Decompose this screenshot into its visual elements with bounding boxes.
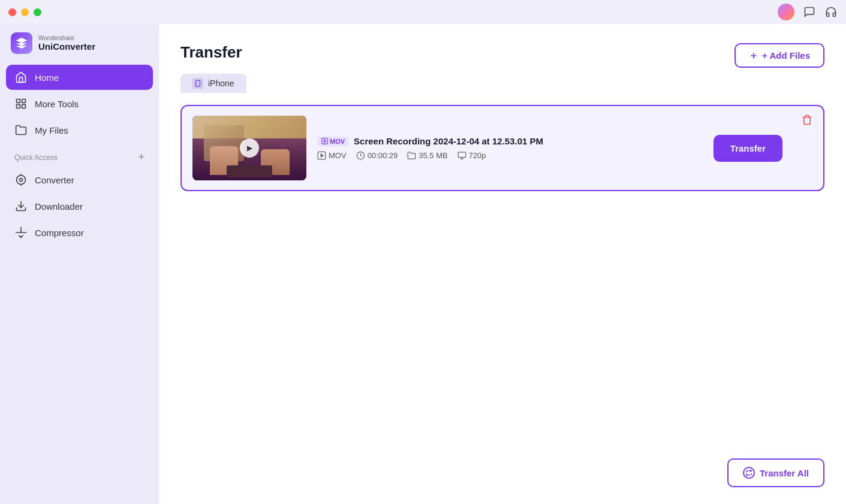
- file-card: ▶ MOV Screen Recording 2024-12-04 at 12.…: [180, 105, 824, 191]
- sidebar-item-downloader-label: Downloader: [35, 201, 83, 212]
- file-format-badge: MOV: [317, 137, 349, 146]
- file-info: MOV Screen Recording 2024-12-04 at 12.53…: [317, 136, 703, 160]
- svg-rect-13: [322, 138, 327, 144]
- svg-marker-16: [321, 154, 323, 157]
- maximize-button[interactable]: [34, 8, 41, 16]
- file-list: ▶ MOV Screen Recording 2024-12-04 at 12.…: [180, 105, 824, 191]
- sidebar-item-my-files-label: My Files: [35, 125, 68, 135]
- svg-rect-18: [458, 152, 466, 158]
- converter-icon: [14, 173, 28, 186]
- svg-rect-0: [17, 99, 20, 103]
- titlebar: [0, 0, 846, 24]
- bottom-bar: Transfer All: [727, 458, 824, 487]
- transfer-all-button[interactable]: Transfer All: [727, 458, 824, 487]
- titlebar-right: [778, 0, 838, 24]
- svg-rect-3: [17, 105, 20, 108]
- sidebar-item-my-files[interactable]: My Files: [6, 117, 153, 143]
- file-format-meta: MOV: [317, 151, 347, 160]
- device-tabs: iPhone: [180, 74, 824, 93]
- logo-text: Wondershare UniConverter: [38, 35, 95, 52]
- svg-point-4: [20, 179, 23, 182]
- svg-rect-2: [22, 105, 26, 108]
- sidebar-item-converter-label: Converter: [35, 175, 74, 185]
- sidebar-item-compressor-label: Compressor: [35, 228, 84, 238]
- meta-duration-value: 00:00:29: [368, 151, 398, 160]
- quick-access-header: Quick Access +: [0, 143, 159, 167]
- svg-marker-14: [324, 140, 326, 143]
- quick-access-label: Quick Access: [14, 153, 58, 162]
- file-format-label: MOV: [330, 138, 345, 145]
- sidebar-item-downloader[interactable]: Downloader: [6, 194, 153, 219]
- logo-name: UniConverter: [38, 41, 95, 52]
- main-content: Transfer iPhone + Add Files: [159, 24, 846, 504]
- svg-rect-1: [22, 99, 26, 103]
- file-name: Screen Recording 2024-12-04 at 12.53.01 …: [354, 136, 543, 146]
- logo-icon: [11, 32, 32, 54]
- sidebar-nav: Home More Tools My File: [0, 65, 159, 143]
- file-name-row: MOV Screen Recording 2024-12-04 at 12.53…: [317, 136, 703, 146]
- my-files-icon: [14, 123, 28, 137]
- transfer-button[interactable]: Transfer: [713, 135, 782, 162]
- file-resolution-meta: 720p: [457, 151, 486, 160]
- play-button[interactable]: ▶: [240, 138, 259, 158]
- sidebar: Wondershare UniConverter Home: [0, 24, 159, 504]
- sidebar-item-more-tools-label: More Tools: [35, 99, 79, 109]
- chat-icon[interactable]: [803, 5, 816, 19]
- iphone-tab-icon: [192, 78, 203, 89]
- quick-access-nav: Converter Downloader: [0, 167, 159, 245]
- transfer-all-icon: [743, 467, 755, 479]
- file-duration-meta: 00:00:29: [356, 151, 398, 160]
- home-icon: [14, 71, 28, 84]
- add-files-button[interactable]: + Add Files: [734, 43, 824, 68]
- add-files-label: + Add Files: [762, 50, 810, 61]
- meta-format-value: MOV: [329, 151, 347, 160]
- traffic-lights: [8, 8, 41, 16]
- sidebar-item-home-label: Home: [35, 73, 59, 83]
- transfer-all-label: Transfer All: [760, 468, 809, 478]
- file-meta: MOV 00:00:29 35.5 MB 720p: [317, 151, 703, 160]
- headphones-icon[interactable]: [824, 5, 838, 19]
- delete-button[interactable]: [802, 114, 812, 128]
- file-thumbnail: ▶: [192, 116, 306, 180]
- svg-point-5: [17, 176, 26, 185]
- iphone-tab-label: iPhone: [208, 79, 234, 88]
- compressor-icon: [14, 226, 28, 239]
- app-logo: Wondershare UniConverter: [0, 32, 159, 65]
- svg-rect-9: [196, 80, 200, 86]
- page-title: Transfer: [180, 43, 824, 62]
- more-tools-icon: [14, 97, 28, 110]
- sidebar-item-home[interactable]: Home: [6, 65, 153, 90]
- sidebar-item-compressor[interactable]: Compressor: [6, 220, 153, 245]
- minimize-button[interactable]: [21, 8, 29, 16]
- downloader-icon: [14, 200, 28, 213]
- iphone-tab[interactable]: iPhone: [180, 74, 246, 93]
- app-layout: Wondershare UniConverter Home: [0, 24, 846, 504]
- meta-resolution-value: 720p: [469, 151, 486, 160]
- file-size-meta: 35.5 MB: [407, 151, 447, 160]
- meta-size-value: 35.5 MB: [419, 151, 447, 160]
- sidebar-item-more-tools[interactable]: More Tools: [6, 91, 153, 116]
- user-avatar[interactable]: [778, 4, 794, 20]
- logo-brand: Wondershare: [38, 35, 95, 41]
- sidebar-item-converter[interactable]: Converter: [6, 167, 153, 192]
- close-button[interactable]: [8, 8, 16, 16]
- quick-access-add-icon[interactable]: +: [138, 151, 144, 164]
